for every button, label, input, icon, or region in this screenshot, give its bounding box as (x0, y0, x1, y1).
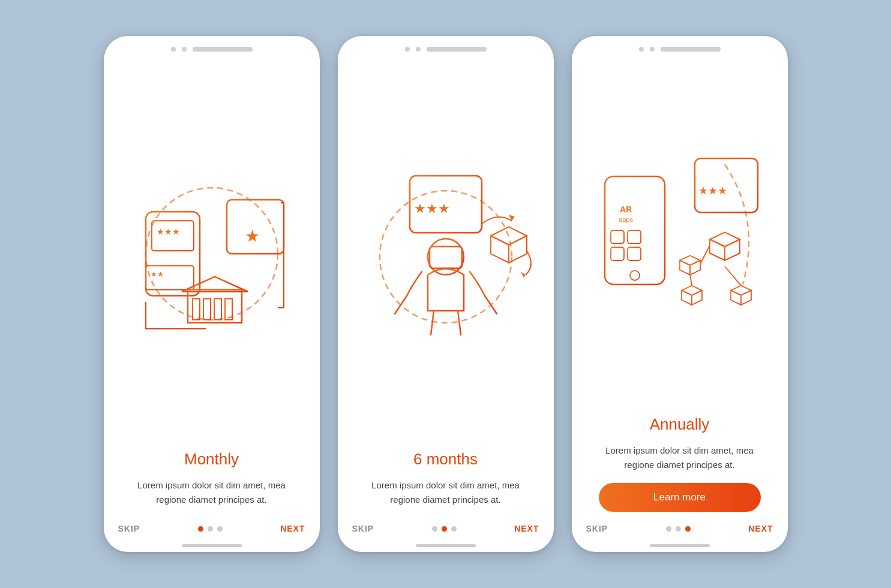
svg-text:★★: ★★ (151, 270, 164, 278)
svg-rect-15 (193, 299, 200, 320)
phone-monthly-content: Monthly Lorem ipsum dolor sit dim amet, … (104, 444, 320, 518)
dot-2-3 (451, 526, 457, 532)
phone-top-bar-1 (104, 36, 320, 58)
svg-text:apps: apps (619, 216, 633, 223)
svg-marker-36 (491, 236, 509, 263)
phone-monthly-title: Monthly (184, 450, 239, 469)
skip-button-2[interactable]: SKIP (352, 524, 374, 533)
status-dot-6 (650, 47, 655, 52)
pagination-dots-3 (666, 526, 691, 532)
svg-marker-59 (682, 286, 702, 295)
status-dot-1 (171, 47, 176, 52)
phone-monthly: ★★★ ★★ ★ (104, 36, 320, 552)
phone-6months: ★★★ (338, 36, 554, 552)
phone-annually-footer: SKIP NEXT (572, 518, 788, 544)
svg-text:★★★: ★★★ (414, 201, 450, 216)
status-dot-3 (405, 47, 410, 52)
svg-marker-54 (710, 239, 725, 260)
illustration-monthly: ★★★ ★★ ★ (104, 58, 320, 444)
phone-6months-title: 6 months (413, 450, 478, 469)
svg-rect-46 (628, 247, 641, 260)
svg-line-66 (690, 275, 692, 286)
svg-marker-55 (725, 239, 740, 260)
phone-top-bar-3 (572, 36, 788, 58)
pagination-dots-2 (432, 526, 457, 532)
svg-text:★★★: ★★★ (157, 227, 180, 236)
phone-6months-content: 6 months Lorem ipsum dolor sit dim amet,… (338, 444, 554, 518)
phone-annually-title: Annually (650, 415, 710, 434)
svg-marker-56 (680, 256, 700, 265)
svg-rect-1 (146, 212, 200, 296)
svg-rect-45 (611, 247, 624, 260)
illustration-6months: ★★★ (338, 58, 554, 444)
learn-more-button[interactable]: Learn more (599, 483, 761, 512)
status-dot-2 (182, 47, 187, 52)
status-bar-3 (661, 47, 721, 52)
dot-1-1 (198, 526, 203, 532)
svg-line-29 (431, 311, 434, 335)
status-dot-4 (416, 47, 421, 52)
next-button-2[interactable]: NEXT (514, 524, 539, 533)
status-dot-5 (639, 47, 644, 52)
pagination-dots-1 (198, 526, 223, 532)
svg-text:★★★: ★★★ (698, 185, 727, 197)
svg-marker-39 (521, 272, 526, 278)
svg-marker-64 (741, 290, 751, 305)
svg-text:AR: AR (619, 205, 631, 214)
status-bar (193, 47, 253, 52)
dot-3-3 (685, 526, 691, 532)
phone-6months-footer: SKIP NEXT (338, 518, 554, 544)
phone-6months-desc: Lorem ipsum dolor sit dim amet, mea regi… (356, 478, 536, 507)
skip-button-3[interactable]: SKIP (586, 524, 608, 533)
svg-marker-58 (690, 260, 700, 275)
home-indicator-1 (182, 544, 242, 547)
svg-text:★: ★ (245, 227, 260, 245)
svg-line-65 (700, 245, 710, 264)
phone-monthly-footer: SKIP NEXT (104, 518, 320, 544)
svg-rect-17 (214, 299, 221, 320)
svg-marker-60 (682, 290, 692, 305)
svg-marker-61 (692, 290, 702, 305)
phone-annually-desc: Lorem ipsum dolor sit dim amet, mea regi… (590, 443, 770, 472)
svg-marker-63 (731, 290, 741, 305)
svg-line-69 (725, 266, 741, 286)
dot-1-3 (217, 526, 223, 532)
home-indicator-3 (650, 544, 710, 547)
next-button-1[interactable]: NEXT (280, 524, 305, 533)
phone-top-bar-2 (338, 36, 554, 58)
phone-annually: AR apps ★★★ (572, 36, 788, 552)
svg-marker-62 (731, 286, 751, 295)
next-button-3[interactable]: NEXT (748, 524, 773, 533)
dot-3-2 (676, 526, 681, 532)
illustration-annually: AR apps ★★★ (572, 58, 788, 409)
phone-annually-content: Annually Lorem ipsum dolor sit dim amet,… (572, 409, 788, 518)
svg-line-30 (458, 311, 461, 335)
phones-container: ★★★ ★★ ★ (104, 36, 788, 552)
dot-2-2 (442, 526, 447, 532)
svg-marker-53 (710, 232, 740, 247)
svg-point-47 (630, 271, 640, 280)
home-indicator-2 (416, 544, 476, 547)
phone-monthly-desc: Lorem ipsum dolor sit dim amet, mea regi… (122, 478, 302, 507)
svg-rect-43 (611, 230, 624, 244)
status-bar-2 (427, 47, 487, 52)
skip-button-1[interactable]: SKIP (118, 524, 140, 533)
dot-3-1 (666, 526, 671, 532)
svg-rect-16 (203, 299, 211, 320)
dot-2-1 (432, 526, 437, 532)
svg-rect-44 (628, 230, 641, 244)
dot-1-2 (208, 526, 213, 532)
svg-marker-57 (680, 260, 690, 275)
